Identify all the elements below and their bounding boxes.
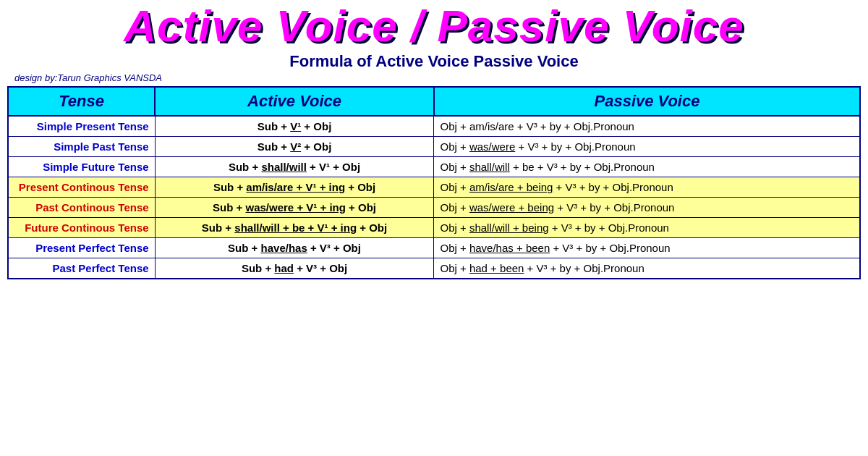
table-row: Simple Future TenseSub + shall/will + V¹… <box>8 157 860 177</box>
table-row: Past Continous TenseSub + was/were + V¹ … <box>8 198 860 218</box>
page-container: Active Voice / Passive Voice Formula of … <box>0 0 868 456</box>
tense-cell: Simple Future Tense <box>8 157 155 177</box>
passive-cell: Obj + shall/will + being + V³ + by + Obj… <box>434 218 860 238</box>
passive-cell: Obj + was/were + being + V³ + by + Obj.P… <box>434 198 860 218</box>
tense-cell: Past Perfect Tense <box>8 258 155 279</box>
active-cell: Sub + have/has + V³ + Obj <box>155 238 434 258</box>
table-row: Past Perfect TenseSub + had + V³ + ObjOb… <box>8 258 860 279</box>
active-cell: Sub + shall/will + be + V¹ + ing + Obj <box>155 218 434 238</box>
main-title: Active Voice / Passive Voice <box>124 1 744 51</box>
active-cell: Sub + V¹ + Obj <box>155 116 434 137</box>
table-row: Simple Past TenseSub + V² + ObjObj + was… <box>8 137 860 157</box>
grammar-table: Tense Active Voice Passive Voice Simple … <box>7 86 861 279</box>
table-header-row: Tense Active Voice Passive Voice <box>8 87 860 116</box>
tense-cell: Present Continous Tense <box>8 177 155 198</box>
tense-cell: Present Perfect Tense <box>8 238 155 258</box>
passive-cell: Obj + am/is/are + being + V³ + by + Obj.… <box>434 177 860 198</box>
design-credit: design by:Tarun Graphics VANSDA <box>14 72 162 83</box>
passive-cell: Obj + shall/will + be + V³ + by + Obj.Pr… <box>434 157 860 177</box>
active-cell: Sub + shall/will + V¹ + Obj <box>155 157 434 177</box>
tense-cell: Past Continous Tense <box>8 198 155 218</box>
passive-cell: Obj + was/were + V³ + by + Obj.Pronoun <box>434 137 860 157</box>
table-row: Present Perfect TenseSub + have/has + V³… <box>8 238 860 258</box>
header-tense: Tense <box>8 87 155 116</box>
passive-cell: Obj + am/is/are + V³ + by + Obj.Pronoun <box>434 116 860 137</box>
active-cell: Sub + had + V³ + Obj <box>155 258 434 279</box>
header-passive: Passive Voice <box>434 87 860 116</box>
active-cell: Sub + was/were + V¹ + ing + Obj <box>155 198 434 218</box>
tense-cell: Future Continous Tense <box>8 218 155 238</box>
table-row: Present Continous TenseSub + am/is/are +… <box>8 177 860 198</box>
tense-cell: Simple Present Tense <box>8 116 155 137</box>
table-row: Future Continous TenseSub + shall/will +… <box>8 218 860 238</box>
passive-cell: Obj + have/has + been + V³ + by + Obj.Pr… <box>434 238 860 258</box>
table-row: Simple Present TenseSub + V¹ + ObjObj + … <box>8 116 860 137</box>
header-active: Active Voice <box>155 87 434 116</box>
tense-cell: Simple Past Tense <box>8 137 155 157</box>
active-cell: Sub + V² + Obj <box>155 137 434 157</box>
passive-cell: Obj + had + been + V³ + by + Obj.Pronoun <box>434 258 860 279</box>
subtitle: Formula of Active Voice Passive Voice <box>289 52 578 71</box>
active-cell: Sub + am/is/are + V¹ + ing + Obj <box>155 177 434 198</box>
